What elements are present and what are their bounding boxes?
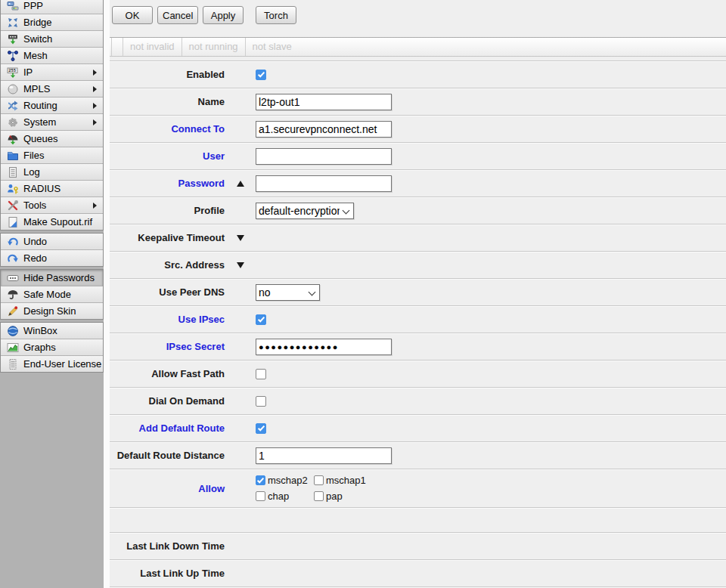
add-default-route-checkbox[interactable] [256,423,266,434]
mschap1-checkbox[interactable] [314,475,324,485]
field-control [256,369,726,379]
radius-icon [7,183,19,195]
form-row-profile: Profiledefault-encryption [110,197,726,224]
field-control: no [256,284,726,301]
field-control: mschap2mschap1chappap [256,475,726,502]
apply-button[interactable]: Apply [203,6,244,24]
hide-passwords-icon [7,272,19,284]
sidebar-item-tools[interactable]: Tools [1,197,103,214]
name-input[interactable] [256,94,392,110]
field-label: Last Link Down Time [110,540,225,552]
sidebar-item-label: Files [23,150,44,161]
toolbar: OKCancelApplyTorch [110,0,726,38]
sidebar-item-label: System [23,116,56,128]
sidebar-item-graphs[interactable]: Graphs [1,339,103,356]
pap-checkbox[interactable] [314,491,324,501]
sidebar-item-label: Hide Passwords [23,272,95,283]
field-label: Dial On Demand [110,395,225,407]
sidebar-item-log[interactable]: Log [1,164,103,181]
allow-fast-path-checkbox[interactable] [256,369,266,379]
field-control [256,339,726,355]
form-row-use-ipsec: Use IPsec [110,305,726,333]
ok-button[interactable]: OK [112,6,153,24]
switch-icon [7,33,19,45]
ppp-icon [7,0,19,12]
expand-arrow-button[interactable] [237,235,244,241]
mschap2-checkbox[interactable] [256,475,265,485]
sidebar-item-redo[interactable]: Redo [1,250,103,266]
form-row-keepalive-timeout: Keepalive Timeout [110,224,726,251]
sidebar-item-radius[interactable]: RADIUS [1,181,103,197]
sidebar-item-winbox[interactable]: WinBox [1,323,103,339]
chap-checkbox[interactable] [256,491,265,501]
default-route-distance-input[interactable] [256,447,392,464]
submenu-arrow-icon [93,103,97,109]
sidebar-item-ip[interactable]: 255IP [1,64,103,81]
graphs-icon [7,342,19,354]
ipsec-secret-input[interactable] [256,339,392,355]
sidebar-item-label: Queues [23,133,58,144]
use-ipsec-checkbox[interactable] [256,314,266,325]
field-control [256,396,726,407]
form-row-user: User [110,142,726,169]
user-input[interactable] [256,148,392,165]
field-label: Password [110,178,225,189]
allow-option-chap[interactable]: chap [256,491,314,502]
field-label: Connect To [110,123,225,135]
form-row-default-route-distance: Default Route Distance [110,441,726,469]
supout-icon [7,216,19,228]
cancel-button[interactable]: Cancel [157,6,198,24]
sidebar-item-ppp[interactable]: PPP [1,0,103,14]
torch-button[interactable]: Torch [256,6,296,24]
option-label: mschap2 [268,475,308,486]
enabled-checkbox[interactable] [256,70,266,80]
sidebar-item-label: Graphs [23,342,56,353]
sidebar-item-end-user-license[interactable]: End-User License [1,356,103,372]
field-label: Use Peer DNS [110,286,225,298]
form-row-allow-fast-path: Allow Fast Path [110,360,726,387]
profile-select[interactable]: default-encryption [256,203,354,219]
sidebar-item-files[interactable]: Files [1,147,103,164]
form-row-connect-to: Connect To [110,115,726,142]
allow-option-mschap2[interactable]: mschap2 [256,475,314,486]
sidebar-item-bridge[interactable]: Bridge [1,14,103,31]
field-control [256,148,726,165]
undo-icon [7,236,19,248]
use-peer-dns-select-wrap: no [256,284,320,301]
use-peer-dns-select[interactable]: no [256,284,320,301]
expand-arrow-button[interactable] [237,262,244,268]
sidebar-item-make-supout-rif[interactable]: Make Supout.rif [1,214,103,230]
ip-icon: 255 [7,67,19,79]
status-not-slave: not slave [245,38,299,56]
form-row-use-peer-dns: Use Peer DNSno [110,278,726,305]
form: EnabledNameConnect ToUserPasswordProfile… [110,60,726,588]
sidebar-item-label: Design Skin [23,305,76,317]
sidebar-item-queues[interactable]: Queues [1,131,103,147]
sidebar-item-label: Redo [23,252,47,264]
sidebar-item-label: WinBox [23,325,57,336]
mesh-icon [7,50,19,62]
sidebar-item-hide-passwords[interactable]: Hide Passwords [1,270,103,286]
field-label: Enabled [110,69,225,80]
password-input[interactable] [256,175,392,192]
sidebar-item-mesh[interactable]: Mesh [1,48,103,64]
sidebar-item-routing[interactable]: Routing [1,97,103,114]
sidebar-item-switch[interactable]: Switch [1,31,103,48]
profile-select-wrap: default-encryption [256,203,354,219]
collapse-arrow-button[interactable] [237,181,244,187]
sidebar-item-mpls[interactable]: MPLS [1,81,103,97]
submenu-arrow-icon [93,119,97,125]
status-not-invalid: not invalid [123,38,182,56]
sidebar-item-design-skin[interactable]: Design Skin [1,303,103,319]
form-row-enabled: Enabled [110,60,726,88]
sidebar-item-label: Safe Mode [23,289,71,300]
dial-on-demand-checkbox[interactable] [256,396,266,407]
sidebar-item-system[interactable]: System [1,114,103,131]
sidebar-item-undo[interactable]: Undo [1,234,103,250]
sidebar-item-safe-mode[interactable]: Safe Mode [1,286,103,303]
form-row-last-link-up-time: Last Link Up Time [110,559,726,586]
svg-text:255: 255 [8,68,16,73]
allow-option-mschap1[interactable]: mschap1 [314,475,366,486]
allow-option-pap[interactable]: pap [314,491,366,502]
connect-to-input[interactable] [256,121,392,138]
